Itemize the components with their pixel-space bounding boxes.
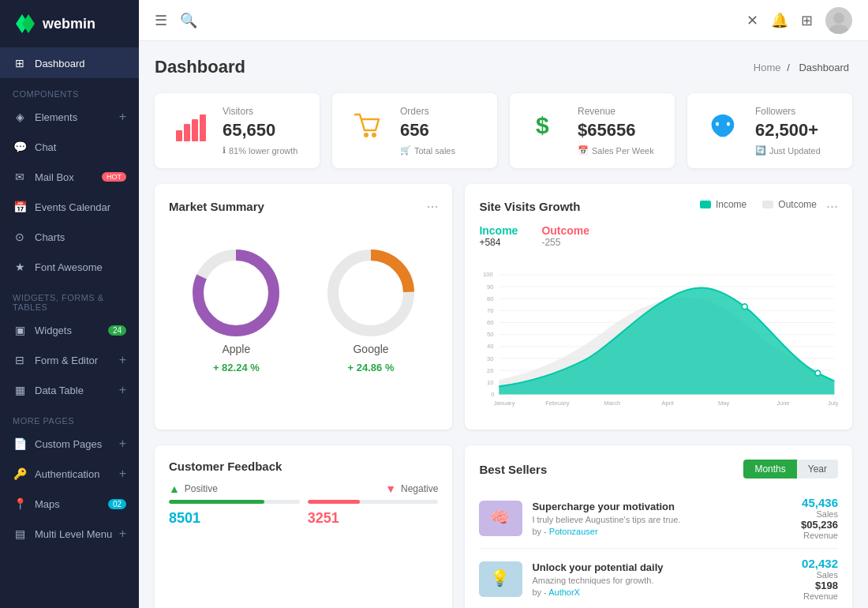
site-visits-menu-icon[interactable]: ··· [826,198,838,215]
negative-arrow-icon: ▼ [385,482,396,495]
orders-value: 656 [400,120,481,141]
plus-icon: + [119,437,126,451]
visitors-icon [170,106,210,145]
seller-image-1: 💡 [479,561,522,597]
svg-text:10: 10 [487,379,493,386]
seller-rev-label-0: Revenue [801,531,838,540]
svg-text:100: 100 [483,271,493,278]
notification-icon[interactable]: 🔔 [771,12,788,29]
sidebar-item-fontawesome[interactable]: ★ Font Awesome [0,252,139,282]
google-pct: + 24.86 % [348,362,395,373]
sidebar-item-form[interactable]: ⊟ Form & Editor + [0,345,139,375]
sidebar-item-multilevel[interactable]: ▤ Multi Level Menu + [0,519,139,549]
seller-desc-0: I truly believe Augustine's tips are tru… [532,515,791,524]
svg-text:February: February [546,400,570,407]
svg-text:90: 90 [487,283,493,291]
revenue-value: $65656 [578,120,659,141]
sidebar-item-label: Data Table [35,385,84,396]
market-summary-title: Market Summary [169,200,264,213]
key-icon: 🔑 [13,467,27,481]
outcome-legend-dot [762,201,773,208]
outcome-label: Outcome [541,224,589,237]
orders-icon [348,106,387,145]
sidebar-section-wft: Widgets, Forms & Tables [0,285,139,315]
income-legend-dot [700,201,711,208]
chart-legend: Income Outcome [700,199,817,210]
map-icon: 📍 [13,497,27,511]
visitors-sub: ℹ 81% lower growth [223,145,304,156]
negative-bar-fill [308,500,360,504]
seller-image-0: 🧠 [479,501,522,536]
income-area [499,288,835,395]
sidebar-item-label: Mail Box [35,171,74,183]
plus-icon: + [119,467,126,481]
plus-icon: + [119,527,126,541]
sidebar-item-label: Authentication [35,468,99,480]
avatar[interactable] [825,7,852,34]
sidebar-item-maps[interactable]: 📍 Maps 02 [0,489,139,519]
stat-card-revenue: $ Revenue $65656 📅 Sales Per Week [510,93,675,168]
sidebar-item-label: Chat [35,141,56,153]
grid-icon[interactable]: ⊞ [801,12,813,29]
svg-text:50: 50 [487,331,493,338]
sidebar-item-chat[interactable]: 💬 Chat [0,132,139,162]
sidebar: webmin ⊞ Dashboard Components ◈ Elements… [0,0,139,608]
breadcrumb-home[interactable]: Home [754,62,781,73]
search-icon[interactable]: 🔍 [180,12,197,29]
sidebar-item-label: Form & Editor [35,355,98,366]
sidebar-item-widgets[interactable]: ▣ Widgets 24 [0,315,139,345]
elements-icon: ◈ [13,110,27,124]
svg-text:80: 80 [487,295,493,302]
svg-text:$: $ [536,112,549,138]
stat-card-followers: Followers 62,500+ 🔄 Just Updated [687,93,852,168]
best-sellers-card: Best Sellers Months Year 🧠 Supercharge y… [465,445,852,608]
sidebar-item-label: Maps [35,498,60,510]
market-apple: Apple + 82.24 % [193,250,279,373]
sidebar-item-dashboard[interactable]: ⊞ Dashboard [0,48,139,78]
svg-point-8 [364,133,369,137]
sidebar-item-datatable[interactable]: ▦ Data Table + [0,375,139,405]
page-title: Dashboard [155,57,245,77]
seller-sales-val-0: 45,436 [801,496,838,509]
sidebar-item-charts[interactable]: ⊙ Charts [0,222,139,252]
positive-bar-track [169,500,300,504]
market-menu-icon[interactable]: ··· [426,198,438,215]
positive-value: 8501 [169,510,300,527]
best-sellers-title: Best Sellers [479,463,547,476]
menu-icon: ▤ [13,527,27,541]
market-summary-card: Market Summary ··· Apple + 82. [155,184,452,430]
sidebar-item-elements[interactable]: ◈ Elements + [0,102,139,132]
sidebar-item-mailbox[interactable]: ✉ Mail Box HOT [0,162,139,192]
seller-title-0: Supercharge your motivation [532,501,791,512]
sidebar-item-events[interactable]: 📅 Events Calendar [0,192,139,222]
sidebar-item-label: Charts [35,231,65,243]
outcome-val: -255 [541,237,589,248]
sidebar-item-custompages[interactable]: 📄 Custom Pages + [0,429,139,459]
topbar-left: ☰ 🔍 [155,12,197,29]
svg-text:40: 40 [487,343,493,350]
seller-sales-val-1: 02,432 [802,557,838,570]
customer-feedback-card: Customer Feedback ▲ Positive ▼ Negative [155,445,452,608]
plus-icon: + [119,383,126,397]
tab-year[interactable]: Year [797,460,838,479]
google-label: Google [353,343,388,355]
apple-pct: + 82.24 % [213,362,260,373]
svg-text:July: July [828,400,838,407]
svg-rect-6 [192,119,198,141]
widgets-badge: 24 [108,325,126,336]
main-content: ☰ 🔍 ✕ 🔔 ⊞ Dashboard Home / Dashboard [139,0,868,608]
close-icon[interactable]: ✕ [746,12,758,29]
topbar: ☰ 🔍 ✕ 🔔 ⊞ [139,0,868,41]
hamburger-icon[interactable]: ☰ [155,12,167,29]
sidebar-item-label: Multi Level Menu [35,528,112,540]
breadcrumb: Home / Dashboard [754,62,852,73]
svg-point-18 [344,266,398,320]
income-label: Income [479,224,518,237]
sidebar-item-auth[interactable]: 🔑 Authentication + [0,459,139,489]
sidebar-section-components: Components [0,81,139,102]
tab-buttons: Months Year [743,460,838,479]
positive-arrow-icon: ▲ [169,482,180,495]
tab-months[interactable]: Months [743,460,796,479]
google-chart [327,250,414,336]
feedback-title: Customer Feedback [169,460,282,473]
